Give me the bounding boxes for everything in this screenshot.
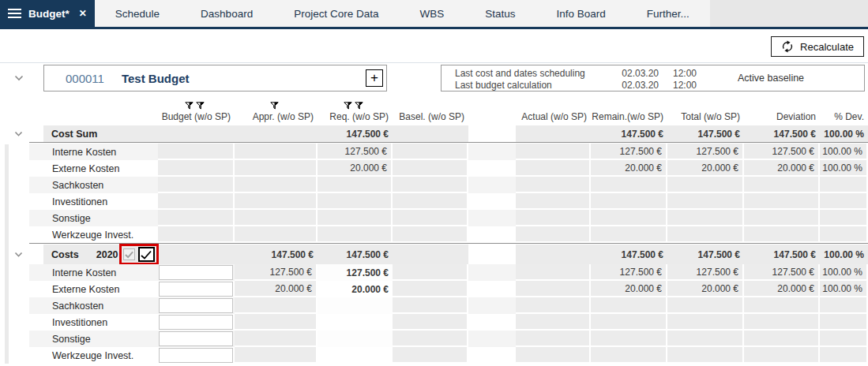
- row-label: Werkzeuge Invest.: [29, 347, 158, 364]
- column-header-req: Req. (w/o SP): [318, 95, 393, 125]
- column-header-appr: Appr. (w/o SP): [235, 95, 318, 125]
- row-cells: Externe Kosten20.000 €20.000 €20.000 €20…: [29, 281, 868, 297]
- filter-funnel-icon[interactable]: [185, 101, 194, 109]
- remain-cell: [591, 177, 667, 193]
- total-total-cell: 147.500 €: [667, 245, 744, 264]
- tab-info-board[interactable]: Info Board: [536, 0, 626, 27]
- budget-cell[interactable]: [159, 348, 233, 363]
- scheduling-info: Last cost and dates scheduling 02.03.20 …: [442, 65, 716, 91]
- req-cell[interactable]: [318, 314, 393, 331]
- filter-icons[interactable]: [185, 101, 205, 109]
- basel-total-cell: [393, 125, 468, 142]
- appr-cell: [235, 297, 318, 314]
- dev-total-cell: 147.500 €: [744, 245, 820, 264]
- total-total-cell: 147.500 €: [667, 125, 744, 142]
- tab-strip-filler: [710, 0, 868, 27]
- project-info-box: Last cost and dates scheduling 02.03.20 …: [441, 65, 865, 92]
- collapse-chevron-icon[interactable]: [14, 131, 23, 136]
- project-header-row: 000011 Test Budget + Last cost and dates…: [0, 65, 868, 92]
- collapse-chevron-icon[interactable]: [14, 75, 24, 81]
- actual-cell: [516, 331, 591, 347]
- basel-total-cell: [393, 245, 468, 264]
- filter-icons[interactable]: [344, 101, 363, 109]
- tab-bar: Budget* ✕ Schedule Dashboard Project Cor…: [0, 0, 868, 29]
- scrollbar[interactable]: [5, 144, 9, 364]
- row-cells: Interne Kosten127.500 €127.500 €127.500 …: [29, 144, 868, 160]
- budget-cell[interactable]: [159, 315, 233, 330]
- req-cell[interactable]: 20.000 €: [318, 281, 393, 297]
- req-cell[interactable]: [318, 331, 393, 347]
- menu-icon[interactable]: [8, 6, 21, 21]
- budget-cell[interactable]: [159, 331, 233, 346]
- close-tab-icon[interactable]: ✕: [79, 8, 87, 19]
- column-gap: [468, 264, 516, 281]
- remain-cell: [591, 193, 667, 210]
- dev-cell: [744, 347, 820, 364]
- project-id: 000011: [66, 72, 104, 85]
- req-cell: [318, 177, 393, 193]
- actual-cell: [516, 210, 591, 226]
- appr-cell: [235, 210, 318, 226]
- info-label: Last cost and dates scheduling: [455, 68, 613, 79]
- actual-cell: [516, 193, 591, 210]
- filter-funnel-icon[interactable]: [355, 101, 363, 109]
- budget-cell: [158, 177, 235, 193]
- column-gap: [468, 331, 516, 347]
- dev-cell: 20.000 €: [744, 281, 820, 297]
- tab-project-core-data[interactable]: Project Core Data: [273, 0, 399, 27]
- info-date: 02.03.20: [613, 80, 659, 91]
- table-row: Werkzeuge Invest.: [0, 347, 868, 364]
- group-label: Costs2020: [43, 245, 158, 264]
- group-title: Costs: [51, 249, 79, 260]
- column-gap: [468, 347, 516, 364]
- pdev-cell: 100.00 %: [820, 264, 868, 281]
- actual-cell: [516, 281, 591, 297]
- tab-budget-active[interactable]: Budget* ✕: [0, 0, 95, 27]
- active-baseline-label: Active baseline: [738, 73, 804, 84]
- row-cells: Sonstige: [29, 331, 868, 347]
- baseline-checkbox-disabled[interactable]: [123, 248, 135, 260]
- appr-cell: 20.000 €: [235, 281, 318, 297]
- approved-checkbox[interactable]: [138, 247, 155, 262]
- recalculate-button[interactable]: Recalculate: [771, 36, 864, 57]
- actual-cell: [516, 347, 591, 364]
- column-gap: [468, 314, 516, 331]
- basel-cell: [393, 347, 468, 364]
- pdev-cell: 100.00 %: [820, 160, 868, 177]
- total-cell: 127.500 €: [667, 264, 744, 281]
- budget-cell[interactable]: [159, 298, 233, 313]
- add-button[interactable]: +: [366, 69, 383, 87]
- column-gap: [468, 297, 516, 314]
- total-cell: [667, 193, 744, 210]
- basel-cell: [393, 297, 468, 314]
- tab-status[interactable]: Status: [464, 0, 535, 27]
- info-label: Last budget calculation: [455, 80, 613, 91]
- row-label: Sachkosten: [29, 177, 158, 193]
- budget-cell[interactable]: [159, 265, 233, 280]
- table-row: Externe Kosten20.000 €20.000 €20.000 €20…: [0, 281, 868, 297]
- tab-dashboard[interactable]: Dashboard: [180, 0, 273, 27]
- collapse-chevron-icon[interactable]: [14, 252, 23, 257]
- dev-cell: 20.000 €: [744, 160, 820, 177]
- tab-schedule[interactable]: Schedule: [95, 0, 180, 27]
- req-cell: [318, 210, 393, 226]
- tab-further[interactable]: Further...: [626, 0, 710, 27]
- appr-cell: [235, 193, 318, 210]
- filter-funnel-icon[interactable]: [344, 101, 352, 109]
- req-cell[interactable]: [318, 347, 393, 364]
- filter-funnel-icon[interactable]: [196, 101, 205, 109]
- group-band-left: Cost Sum147.500 €: [43, 125, 468, 142]
- tab-wbs[interactable]: WBS: [399, 0, 464, 27]
- budget-cell[interactable]: [159, 282, 233, 297]
- budget-total-cell: [158, 125, 235, 142]
- req-cell[interactable]: [318, 297, 393, 314]
- total-cell: [667, 226, 744, 243]
- req-cell[interactable]: 127.500 €: [318, 264, 393, 281]
- budget-total-cell: [158, 245, 235, 264]
- filter-icons[interactable]: [270, 101, 279, 109]
- dev-cell: [744, 193, 820, 210]
- group-band-left: Costs2020147.500 €147.500 €: [43, 245, 468, 264]
- project-box[interactable]: 000011 Test Budget +: [43, 65, 387, 92]
- filter-funnel-icon[interactable]: [270, 101, 279, 109]
- appr-cell: [235, 314, 318, 331]
